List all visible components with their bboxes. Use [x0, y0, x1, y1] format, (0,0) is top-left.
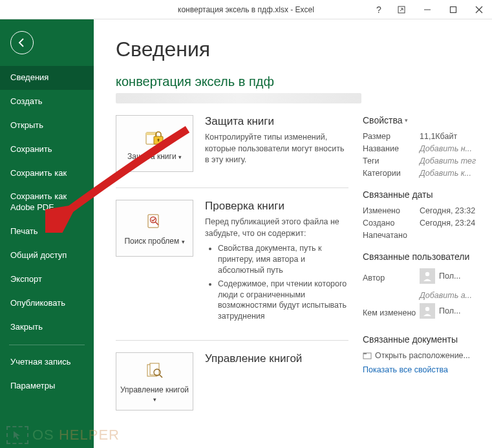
- prop-cat-value[interactable]: Добавить к...: [420, 169, 471, 178]
- sidebar-item-export[interactable]: Экспорт: [0, 268, 94, 292]
- manage-button-label: Управление книгой ▾: [119, 385, 190, 403]
- inspect-bullet: Содержимое, при чтении которого люди с о…: [218, 279, 348, 323]
- prop-changedby-label: Кем изменено: [363, 308, 420, 317]
- sidebar-item-saveas-pdf[interactable]: Сохранить как Adobe PDF: [0, 185, 94, 220]
- prop-size-label: Размер: [363, 132, 420, 141]
- page-title: Сведения: [116, 37, 486, 61]
- help-icon[interactable]: ?: [369, 5, 389, 15]
- open-location-link[interactable]: Открыть расположение...: [363, 351, 486, 360]
- show-all-properties-link[interactable]: Показать все свойства: [363, 365, 486, 374]
- svg-rect-6: [146, 133, 156, 135]
- sidebar-item-info[interactable]: Сведения: [0, 66, 94, 90]
- inspect-bullets: Свойства документа, путь к принтеру, имя…: [218, 243, 348, 322]
- window-controls-arrow[interactable]: [389, 0, 414, 19]
- sidebar-item-print[interactable]: Печать: [0, 220, 94, 244]
- sidebar-item-save[interactable]: Сохранить: [0, 138, 94, 162]
- inspect-icon: [144, 211, 165, 233]
- cursor-icon: [6, 426, 28, 444]
- prop-author-value: Пол...: [439, 272, 460, 281]
- inspect-bullet: Свойства документа, путь к принтеру, имя…: [218, 243, 348, 276]
- prop-created-label: Создано: [363, 219, 420, 228]
- manage-workbook-button[interactable]: Управление книгой ▾: [116, 352, 193, 411]
- avatar-icon: [420, 303, 435, 319]
- sidebar-divider: [9, 345, 85, 345]
- back-button[interactable]: [10, 31, 34, 54]
- prop-modified-label: Изменено: [363, 206, 420, 215]
- inspect-title: Проверка книги: [205, 200, 348, 213]
- svg-line-16: [160, 375, 162, 378]
- sidebar-item-share[interactable]: Общий доступ: [0, 244, 94, 268]
- inspect-button-label: Поиск проблем ▾: [124, 237, 184, 246]
- svg-rect-20: [363, 353, 367, 354]
- sidebar-item-saveas[interactable]: Сохранить как: [0, 162, 94, 186]
- window-title: конвертация эксель в пдф.xlsx - Excel: [178, 5, 314, 14]
- sidebar-item-new[interactable]: Создать: [0, 90, 94, 114]
- svg-rect-9: [158, 140, 159, 142]
- prop-author-label: Автор: [363, 273, 420, 283]
- prop-name-value[interactable]: Добавить н...: [420, 144, 472, 153]
- prop-printed-label: Напечатано: [363, 231, 420, 240]
- sidebar-item-options[interactable]: Параметры: [0, 374, 94, 398]
- maximize-button[interactable]: [440, 0, 466, 19]
- titlebar-controls: ?: [369, 0, 492, 19]
- prop-name-label: Название: [363, 144, 420, 153]
- manage-icon: [144, 359, 165, 381]
- titlebar: конвертация эксель в пдф.xlsx - Excel ?: [0, 0, 492, 19]
- related-docs-header: Связанные документы: [363, 334, 486, 345]
- protect-button-label: Защита книги ▾: [127, 152, 182, 161]
- prop-tags-label: Теги: [363, 156, 420, 165]
- prop-changedby-value: Пол...: [439, 306, 460, 315]
- inspect-workbook-button[interactable]: Поиск проблем ▾: [116, 200, 193, 257]
- add-author-link[interactable]: Добавить а...: [420, 291, 472, 300]
- related-people-header: Связанные пользователи: [363, 251, 486, 262]
- sidebar-item-publish[interactable]: Опубликовать: [0, 292, 94, 315]
- inspect-desc: Перед публикацией этого файла не забудьт…: [205, 217, 348, 239]
- properties-panel: Свойства▾ Размер11,1Кбайт НазваниеДобави…: [363, 115, 486, 426]
- protect-workbook-button[interactable]: Защита книги ▾: [116, 115, 193, 172]
- prop-cat-label: Категории: [363, 169, 420, 178]
- folder-icon: [363, 351, 372, 360]
- section-divider: [116, 187, 348, 188]
- prop-modified-value: Сегодня, 23:32: [420, 206, 475, 215]
- document-name: конвертация эксель в пдф: [116, 74, 486, 89]
- svg-point-17: [425, 272, 429, 276]
- section-divider: [116, 340, 348, 341]
- backstage-sidebar: Сведения Создать Открыть Сохранить Сохра…: [0, 19, 94, 448]
- avatar-icon: [420, 268, 435, 284]
- svg-point-18: [425, 307, 429, 311]
- sidebar-item-close[interactable]: Закрыть: [0, 315, 94, 339]
- close-button[interactable]: [466, 0, 492, 19]
- related-dates-header: Связанные даты: [363, 189, 486, 200]
- backstage-main: Сведения конвертация эксель в пдф: [94, 19, 492, 448]
- lock-icon: [144, 126, 165, 148]
- sidebar-item-account[interactable]: Учетная запись: [0, 350, 94, 374]
- protect-title: Защита книги: [205, 115, 348, 128]
- prop-created-value: Сегодня, 23:24: [420, 219, 475, 228]
- document-path: [116, 93, 361, 103]
- svg-rect-2: [451, 6, 456, 12]
- prop-tags-value[interactable]: Добавить тег: [420, 156, 476, 165]
- prop-size-value: 11,1Кбайт: [420, 132, 457, 141]
- watermark: OS HELPER: [6, 426, 120, 444]
- manage-title: Управление книгой: [205, 352, 348, 365]
- protect-desc: Контролируйте типы изменений, которые по…: [205, 132, 348, 166]
- sidebar-item-open[interactable]: Открыть: [0, 114, 94, 138]
- minimize-button[interactable]: [414, 0, 440, 19]
- properties-header[interactable]: Свойства▾: [363, 115, 486, 125]
